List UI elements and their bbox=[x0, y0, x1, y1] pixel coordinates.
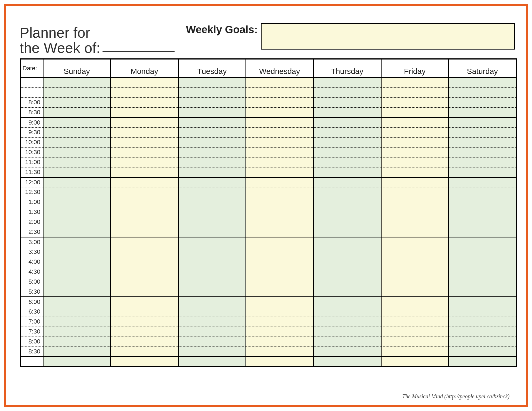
planner-cell[interactable] bbox=[449, 187, 516, 197]
planner-cell[interactable] bbox=[43, 177, 111, 187]
planner-cell[interactable] bbox=[313, 317, 381, 327]
planner-cell[interactable] bbox=[111, 177, 178, 187]
planner-cell[interactable] bbox=[313, 337, 381, 347]
planner-cell[interactable] bbox=[449, 347, 516, 356]
planner-cell[interactable] bbox=[246, 277, 313, 287]
planner-cell[interactable] bbox=[313, 267, 381, 277]
planner-cell[interactable] bbox=[111, 167, 178, 177]
planner-cell[interactable] bbox=[449, 277, 516, 287]
planner-cell[interactable] bbox=[43, 197, 111, 207]
planner-cell[interactable] bbox=[381, 237, 449, 247]
planner-cell[interactable] bbox=[178, 317, 246, 327]
planner-cell[interactable] bbox=[178, 356, 246, 366]
planner-cell[interactable] bbox=[381, 337, 449, 347]
planner-cell[interactable] bbox=[111, 87, 178, 97]
planner-cell[interactable] bbox=[246, 147, 313, 157]
planner-cell[interactable] bbox=[381, 297, 449, 307]
planner-cell[interactable] bbox=[313, 147, 381, 157]
planner-cell[interactable] bbox=[246, 257, 313, 267]
planner-cell[interactable] bbox=[111, 307, 178, 317]
planner-cell[interactable] bbox=[43, 247, 111, 257]
planner-cell[interactable] bbox=[43, 117, 111, 127]
planner-cell[interactable] bbox=[313, 207, 381, 217]
planner-cell[interactable] bbox=[43, 287, 111, 297]
planner-cell[interactable] bbox=[381, 147, 449, 157]
planner-cell[interactable] bbox=[178, 247, 246, 257]
planner-cell[interactable] bbox=[246, 207, 313, 217]
planner-cell[interactable] bbox=[449, 217, 516, 227]
planner-cell[interactable] bbox=[246, 157, 313, 167]
planner-cell[interactable] bbox=[43, 356, 111, 366]
planner-cell[interactable] bbox=[43, 207, 111, 217]
planner-cell[interactable] bbox=[313, 307, 381, 317]
planner-cell[interactable] bbox=[313, 87, 381, 97]
planner-cell[interactable] bbox=[178, 97, 246, 107]
planner-cell[interactable] bbox=[381, 317, 449, 327]
planner-cell[interactable] bbox=[43, 307, 111, 317]
planner-cell[interactable] bbox=[449, 337, 516, 347]
planner-cell[interactable] bbox=[313, 297, 381, 307]
planner-cell[interactable] bbox=[178, 127, 246, 137]
planner-cell[interactable] bbox=[381, 247, 449, 257]
planner-cell[interactable] bbox=[111, 77, 178, 87]
planner-cell[interactable] bbox=[178, 107, 246, 117]
planner-cell[interactable] bbox=[449, 317, 516, 327]
planner-cell[interactable] bbox=[178, 307, 246, 317]
planner-cell[interactable] bbox=[246, 117, 313, 127]
planner-cell[interactable] bbox=[313, 137, 381, 147]
planner-cell[interactable] bbox=[43, 327, 111, 337]
planner-cell[interactable] bbox=[449, 307, 516, 317]
planner-cell[interactable] bbox=[111, 157, 178, 167]
planner-cell[interactable] bbox=[449, 127, 516, 137]
planner-cell[interactable] bbox=[449, 267, 516, 277]
planner-cell[interactable] bbox=[43, 237, 111, 247]
planner-cell[interactable] bbox=[178, 297, 246, 307]
planner-cell[interactable] bbox=[178, 137, 246, 147]
planner-cell[interactable] bbox=[246, 287, 313, 297]
planner-cell[interactable] bbox=[178, 347, 246, 356]
planner-cell[interactable] bbox=[178, 217, 246, 227]
planner-cell[interactable] bbox=[111, 97, 178, 107]
planner-cell[interactable] bbox=[178, 257, 246, 267]
planner-cell[interactable] bbox=[246, 297, 313, 307]
planner-cell[interactable] bbox=[381, 197, 449, 207]
planner-cell[interactable] bbox=[449, 97, 516, 107]
planner-cell[interactable] bbox=[381, 157, 449, 167]
planner-cell[interactable] bbox=[449, 327, 516, 337]
planner-cell[interactable] bbox=[313, 77, 381, 87]
planner-cell[interactable] bbox=[381, 77, 449, 87]
planner-cell[interactable] bbox=[246, 177, 313, 187]
planner-cell[interactable] bbox=[43, 107, 111, 117]
planner-cell[interactable] bbox=[381, 107, 449, 117]
planner-cell[interactable] bbox=[381, 267, 449, 277]
planner-cell[interactable] bbox=[449, 247, 516, 257]
planner-cell[interactable] bbox=[449, 167, 516, 177]
planner-cell[interactable] bbox=[178, 177, 246, 187]
planner-cell[interactable] bbox=[449, 177, 516, 187]
planner-cell[interactable] bbox=[43, 77, 111, 87]
planner-cell[interactable] bbox=[43, 147, 111, 157]
planner-cell[interactable] bbox=[43, 317, 111, 327]
planner-cell[interactable] bbox=[313, 97, 381, 107]
planner-cell[interactable] bbox=[381, 117, 449, 127]
planner-cell[interactable] bbox=[246, 167, 313, 177]
planner-cell[interactable] bbox=[111, 277, 178, 287]
planner-cell[interactable] bbox=[449, 197, 516, 207]
planner-cell[interactable] bbox=[381, 207, 449, 217]
planner-cell[interactable] bbox=[111, 297, 178, 307]
planner-cell[interactable] bbox=[246, 327, 313, 337]
planner-cell[interactable] bbox=[246, 267, 313, 277]
planner-cell[interactable] bbox=[43, 297, 111, 307]
planner-cell[interactable] bbox=[43, 217, 111, 227]
planner-cell[interactable] bbox=[246, 307, 313, 317]
planner-cell[interactable] bbox=[246, 356, 313, 366]
planner-cell[interactable] bbox=[246, 247, 313, 257]
planner-cell[interactable] bbox=[313, 287, 381, 297]
planner-cell[interactable] bbox=[246, 87, 313, 97]
planner-cell[interactable] bbox=[246, 227, 313, 237]
planner-cell[interactable] bbox=[178, 157, 246, 167]
planner-cell[interactable] bbox=[111, 317, 178, 327]
planner-cell[interactable] bbox=[111, 107, 178, 117]
planner-cell[interactable] bbox=[178, 227, 246, 237]
planner-cell[interactable] bbox=[246, 187, 313, 197]
